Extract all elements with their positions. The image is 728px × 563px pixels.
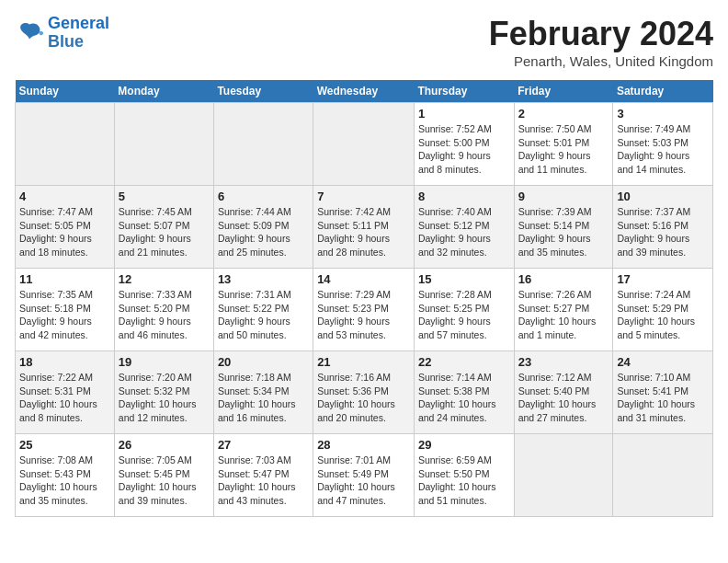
day-info: Sunrise: 7:42 AM Sunset: 5:11 PM Dayligh… [317,205,410,259]
day-info: Sunrise: 7:18 AM Sunset: 5:34 PM Dayligh… [218,371,309,425]
weekday-header-monday: Monday [114,80,213,103]
logo-line2: Blue [48,32,84,51]
day-info: Sunrise: 7:22 AM Sunset: 5:31 PM Dayligh… [19,371,110,425]
day-number: 2 [518,107,609,121]
day-number: 29 [418,438,510,452]
calendar-day-18: 18Sunrise: 7:22 AM Sunset: 5:31 PM Dayli… [16,351,115,434]
day-info: Sunrise: 7:05 AM Sunset: 5:45 PM Dayligh… [119,454,210,508]
day-number: 14 [317,272,410,286]
calendar-day-23: 23Sunrise: 7:12 AM Sunset: 5:40 PM Dayli… [514,351,613,434]
calendar-empty-cell [114,103,213,186]
calendar-day-19: 19Sunrise: 7:20 AM Sunset: 5:32 PM Dayli… [114,351,213,434]
day-number: 18 [19,355,110,369]
day-info: Sunrise: 7:20 AM Sunset: 5:32 PM Dayligh… [119,371,210,425]
calendar-day-14: 14Sunrise: 7:29 AM Sunset: 5:23 PM Dayli… [313,269,415,351]
page-header: General Blue February 2024 Penarth, Wale… [15,15,713,69]
calendar-day-11: 11Sunrise: 7:35 AM Sunset: 5:18 PM Dayli… [16,269,115,351]
calendar-week-1: 1Sunrise: 7:52 AM Sunset: 5:00 PM Daylig… [16,103,713,186]
logo-text: General Blue [48,15,109,52]
calendar-week-5: 25Sunrise: 7:08 AM Sunset: 5:43 PM Dayli… [16,434,713,517]
day-number: 1 [418,107,510,121]
calendar-empty-cell [16,103,115,186]
day-number: 13 [218,272,309,286]
day-number: 25 [19,438,110,452]
calendar-title: February 2024 [489,15,713,53]
weekday-header-tuesday: Tuesday [213,80,313,103]
calendar-day-8: 8Sunrise: 7:40 AM Sunset: 5:12 PM Daylig… [414,186,514,269]
day-info: Sunrise: 7:12 AM Sunset: 5:40 PM Dayligh… [518,371,609,425]
day-info: Sunrise: 7:08 AM Sunset: 5:43 PM Dayligh… [19,454,110,508]
calendar-subtitle: Penarth, Wales, United Kingdom [489,53,713,69]
day-info: Sunrise: 7:50 AM Sunset: 5:01 PM Dayligh… [518,122,609,177]
calendar-day-24: 24Sunrise: 7:10 AM Sunset: 5:41 PM Dayli… [613,351,713,434]
day-info: Sunrise: 7:14 AM Sunset: 5:38 PM Dayligh… [418,371,510,425]
calendar-empty-cell [514,434,613,517]
calendar-day-6: 6Sunrise: 7:44 AM Sunset: 5:09 PM Daylig… [213,186,313,269]
day-info: Sunrise: 7:35 AM Sunset: 5:18 PM Dayligh… [19,288,110,342]
calendar-day-16: 16Sunrise: 7:26 AM Sunset: 5:27 PM Dayli… [514,269,613,351]
day-info: Sunrise: 7:10 AM Sunset: 5:41 PM Dayligh… [617,371,709,425]
calendar-week-3: 11Sunrise: 7:35 AM Sunset: 5:18 PM Dayli… [16,269,713,351]
day-number: 20 [218,355,309,369]
calendar-day-10: 10Sunrise: 7:37 AM Sunset: 5:16 PM Dayli… [613,186,713,269]
day-info: Sunrise: 7:47 AM Sunset: 5:05 PM Dayligh… [19,205,110,259]
day-info: Sunrise: 7:52 AM Sunset: 5:00 PM Dayligh… [418,122,510,177]
day-number: 23 [518,355,609,369]
day-number: 27 [218,438,309,452]
day-number: 19 [119,355,210,369]
day-number: 15 [418,272,510,286]
day-info: Sunrise: 7:49 AM Sunset: 5:03 PM Dayligh… [617,122,709,177]
weekday-header-thursday: Thursday [414,80,514,103]
day-number: 7 [317,190,410,203]
day-info: Sunrise: 7:01 AM Sunset: 5:49 PM Dayligh… [317,454,410,508]
weekday-header-wednesday: Wednesday [313,80,415,103]
day-info: Sunrise: 7:33 AM Sunset: 5:20 PM Dayligh… [119,288,210,342]
calendar-day-15: 15Sunrise: 7:28 AM Sunset: 5:25 PM Dayli… [414,269,514,351]
calendar-week-2: 4Sunrise: 7:47 AM Sunset: 5:05 PM Daylig… [16,186,713,269]
day-info: Sunrise: 7:03 AM Sunset: 5:47 PM Dayligh… [218,454,309,508]
weekday-header-sunday: Sunday [16,80,115,103]
calendar-day-26: 26Sunrise: 7:05 AM Sunset: 5:45 PM Dayli… [114,434,213,517]
day-info: Sunrise: 7:44 AM Sunset: 5:09 PM Dayligh… [218,205,309,259]
calendar-day-4: 4Sunrise: 7:47 AM Sunset: 5:05 PM Daylig… [16,186,115,269]
calendar-day-21: 21Sunrise: 7:16 AM Sunset: 5:36 PM Dayli… [313,351,415,434]
day-info: Sunrise: 7:37 AM Sunset: 5:16 PM Dayligh… [617,205,709,259]
day-info: Sunrise: 7:28 AM Sunset: 5:25 PM Dayligh… [418,288,510,342]
calendar-day-3: 3Sunrise: 7:49 AM Sunset: 5:03 PM Daylig… [613,103,713,186]
calendar-day-20: 20Sunrise: 7:18 AM Sunset: 5:34 PM Dayli… [213,351,313,434]
day-number: 24 [617,355,709,369]
day-number: 10 [617,190,709,203]
day-number: 6 [218,190,309,203]
logo-line1: General [48,14,109,32]
logo: General Blue [15,15,109,52]
calendar-empty-cell [613,434,713,517]
calendar-day-25: 25Sunrise: 7:08 AM Sunset: 5:43 PM Dayli… [16,434,115,517]
calendar-day-13: 13Sunrise: 7:31 AM Sunset: 5:22 PM Dayli… [213,269,313,351]
day-info: Sunrise: 7:16 AM Sunset: 5:36 PM Dayligh… [317,371,410,425]
day-info: Sunrise: 7:39 AM Sunset: 5:14 PM Dayligh… [518,205,609,259]
day-number: 3 [617,107,709,121]
calendar-day-12: 12Sunrise: 7:33 AM Sunset: 5:20 PM Dayli… [114,269,213,351]
calendar-day-17: 17Sunrise: 7:24 AM Sunset: 5:29 PM Dayli… [613,269,713,351]
calendar-day-7: 7Sunrise: 7:42 AM Sunset: 5:11 PM Daylig… [313,186,415,269]
day-number: 26 [119,438,210,452]
day-info: Sunrise: 7:26 AM Sunset: 5:27 PM Dayligh… [518,288,609,342]
day-number: 12 [119,272,210,286]
day-number: 21 [317,355,410,369]
calendar-day-5: 5Sunrise: 7:45 AM Sunset: 5:07 PM Daylig… [114,186,213,269]
day-info: Sunrise: 7:45 AM Sunset: 5:07 PM Dayligh… [119,205,210,259]
day-number: 16 [518,272,609,286]
day-number: 22 [418,355,510,369]
calendar-empty-cell [213,103,313,186]
day-info: Sunrise: 7:29 AM Sunset: 5:23 PM Dayligh… [317,288,410,342]
calendar-day-29: 29Sunrise: 6:59 AM Sunset: 5:50 PM Dayli… [414,434,514,517]
day-info: Sunrise: 7:40 AM Sunset: 5:12 PM Dayligh… [418,205,510,259]
logo-icon [15,18,44,48]
calendar-table: SundayMondayTuesdayWednesdayThursdayFrid… [15,80,713,517]
calendar-empty-cell [313,103,415,186]
calendar-day-1: 1Sunrise: 7:52 AM Sunset: 5:00 PM Daylig… [414,103,514,186]
calendar-day-27: 27Sunrise: 7:03 AM Sunset: 5:47 PM Dayli… [213,434,313,517]
day-number: 4 [19,190,110,203]
calendar-day-2: 2Sunrise: 7:50 AM Sunset: 5:01 PM Daylig… [514,103,613,186]
calendar-day-28: 28Sunrise: 7:01 AM Sunset: 5:49 PM Dayli… [313,434,415,517]
